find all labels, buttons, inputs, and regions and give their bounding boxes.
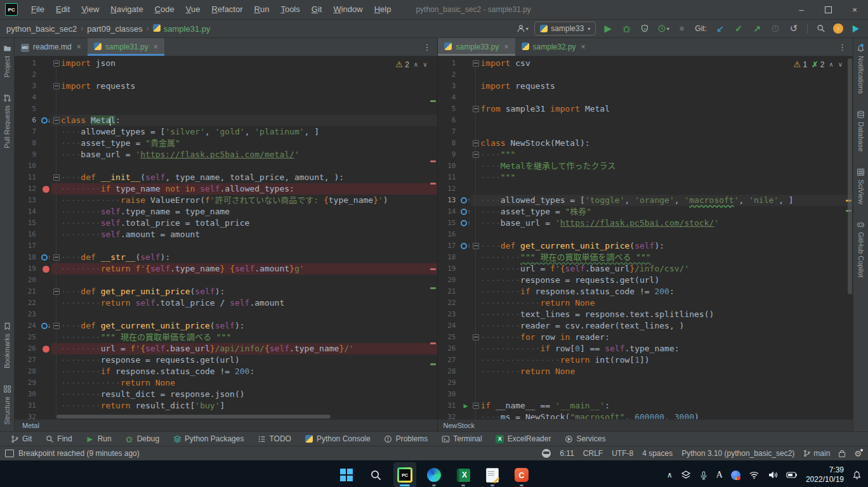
gutter-cell[interactable] <box>41 400 51 412</box>
line-number[interactable]: 19 <box>15 263 41 275</box>
start-button[interactable] <box>335 462 358 487</box>
fold-marker[interactable] <box>471 206 480 218</box>
code-text[interactable]: ········text_lines = response.text.split… <box>480 309 714 320</box>
fold-marker[interactable] <box>471 81 480 92</box>
tool-strip-item-project[interactable]: Project <box>3 44 11 77</box>
fold-box-icon[interactable] <box>53 117 60 124</box>
line-number[interactable]: 29 <box>438 377 460 389</box>
taskbar-clock[interactable]: 7:39 2022/10/19 <box>806 465 844 484</box>
line-number[interactable]: 26 <box>15 343 41 354</box>
line-number[interactable]: 19 <box>438 263 460 275</box>
line-number[interactable]: 13 <box>438 195 460 206</box>
line-number[interactable]: 9 <box>438 149 460 160</box>
code-text[interactable]: ········self.type_name = type_name <box>61 206 230 218</box>
fold-marker[interactable] <box>51 343 61 354</box>
toolwindow-python-packages[interactable]: Python Packages <box>173 434 244 443</box>
gutter-cell[interactable] <box>41 263 51 275</box>
fold-marker[interactable] <box>51 126 61 138</box>
line-number[interactable]: 13 <box>15 195 41 206</box>
fold-marker[interactable] <box>471 412 480 419</box>
gutter-cell[interactable] <box>41 149 51 160</box>
fold-marker[interactable] <box>51 275 61 286</box>
fold-box-icon[interactable] <box>53 174 60 181</box>
editor-breadcrumb-right[interactable]: NewStock <box>438 419 853 431</box>
rollback-button[interactable]: ↺ <box>787 22 800 35</box>
line-number[interactable]: 22 <box>438 297 460 309</box>
fold-marker[interactable] <box>471 195 480 206</box>
microphone-tray-icon[interactable] <box>699 471 708 480</box>
gutter-cell[interactable] <box>460 332 471 343</box>
code-text[interactable]: ········response = requests.get(url) <box>61 354 240 366</box>
code-text[interactable]: ············raise ValueError(f'許可されていない商… <box>61 195 388 206</box>
fold-marker[interactable] <box>471 389 480 400</box>
breadcrumb-item-sample31-py[interactable]: sample31.py <box>153 24 211 34</box>
git-branch-widget[interactable]: main <box>803 449 830 458</box>
gutter-cell[interactable] <box>460 297 471 309</box>
gutter-cell[interactable] <box>41 172 51 183</box>
fold-box-icon[interactable] <box>53 83 60 89</box>
code-editor-left[interactable]: ⚠ 2 ∧ ∨ 1import json23import requests456… <box>15 56 437 419</box>
line-number[interactable]: 1 <box>15 58 41 69</box>
gutter-cell[interactable] <box>460 252 471 263</box>
code-text[interactable]: ········self.amount = amount <box>61 229 200 240</box>
tab-sample32-py[interactable]: sample32.py× <box>515 38 592 56</box>
fold-marker[interactable] <box>471 332 480 343</box>
code-text[interactable]: ············return None <box>61 377 175 389</box>
line-number[interactable]: 5 <box>438 103 460 115</box>
fold-box-icon[interactable] <box>473 403 479 409</box>
gutter-cell[interactable] <box>460 183 471 195</box>
gutter-cell[interactable] <box>41 412 51 419</box>
tab-options-icon[interactable]: ⋮ <box>832 38 853 56</box>
toolwindow-run[interactable]: ▶Run <box>86 434 112 443</box>
code-text[interactable]: ········if response.status_code != 200: <box>61 366 254 377</box>
fold-marker[interactable] <box>471 218 480 229</box>
code-text[interactable]: if __name__ == '__main__': <box>480 400 610 412</box>
line-number[interactable]: 6 <box>438 115 460 126</box>
fold-marker[interactable] <box>51 366 61 377</box>
code-text[interactable]: ····""" <box>480 172 515 183</box>
tool-strip-item-database[interactable]: Database <box>857 110 865 152</box>
close-button[interactable]: × <box>841 0 868 19</box>
gutter-cell[interactable] <box>460 320 471 332</box>
fold-marker[interactable] <box>471 126 480 138</box>
lock-icon[interactable] <box>839 452 845 457</box>
line-number[interactable]: 23 <box>438 309 460 320</box>
code-text[interactable]: ····asset_type = "株券" <box>480 206 591 218</box>
line-number[interactable]: 8 <box>15 138 41 149</box>
line-number[interactable]: 6 <box>15 115 41 126</box>
fold-box-icon[interactable] <box>473 60 479 67</box>
gutter-cell[interactable] <box>460 377 471 389</box>
stop-button[interactable]: ■ <box>675 22 688 35</box>
code-text[interactable]: ····base_url = 'https://flask.pc5bai.com… <box>480 218 719 229</box>
git-update-button[interactable]: ↙ <box>714 22 727 35</box>
breakpoint-icon[interactable] <box>43 266 49 273</box>
gutter-cell[interactable] <box>41 229 51 240</box>
code-text[interactable]: ····allowed_types = ['toggle', 'orange',… <box>480 195 793 206</box>
inspection-widget-left[interactable]: ⚠ 2 ∧ ∨ <box>395 60 427 69</box>
run-with-coverage-button[interactable] <box>638 22 651 35</box>
prev-issue-icon[interactable]: ∧ <box>829 61 833 68</box>
gutter-cell[interactable] <box>41 297 51 309</box>
gutter-cell[interactable] <box>41 343 51 354</box>
taskbar-notepad-button[interactable] <box>481 462 504 487</box>
gutter-cell[interactable] <box>460 92 471 103</box>
code-text[interactable]: ····def __str__(self): <box>61 252 170 263</box>
line-number[interactable]: 31 <box>438 400 460 412</box>
toolwindow-find[interactable]: Find <box>45 434 72 443</box>
fold-marker[interactable] <box>51 297 61 309</box>
fold-marker[interactable] <box>51 149 61 160</box>
gutter-cell[interactable] <box>41 354 51 366</box>
line-number[interactable]: 21 <box>15 286 41 297</box>
line-number[interactable]: 26 <box>438 343 460 354</box>
profiler-button[interactable]: ▾ <box>657 22 669 35</box>
fold-marker[interactable] <box>51 172 61 183</box>
code-text[interactable]: ········url = f'{self.base_url}/info/csv… <box>480 263 689 275</box>
code-text[interactable]: ········""" 現在の買取単価を調べる """ <box>480 252 650 263</box>
line-number[interactable]: 21 <box>438 286 460 297</box>
line-number[interactable]: 1 <box>438 58 460 69</box>
gutter-cell[interactable] <box>41 69 51 81</box>
next-issue-icon[interactable]: ∨ <box>423 61 427 68</box>
menu-navigate[interactable]: Navigate <box>105 0 148 19</box>
notification-bell-icon[interactable] <box>852 471 862 480</box>
fold-marker[interactable] <box>51 58 61 69</box>
